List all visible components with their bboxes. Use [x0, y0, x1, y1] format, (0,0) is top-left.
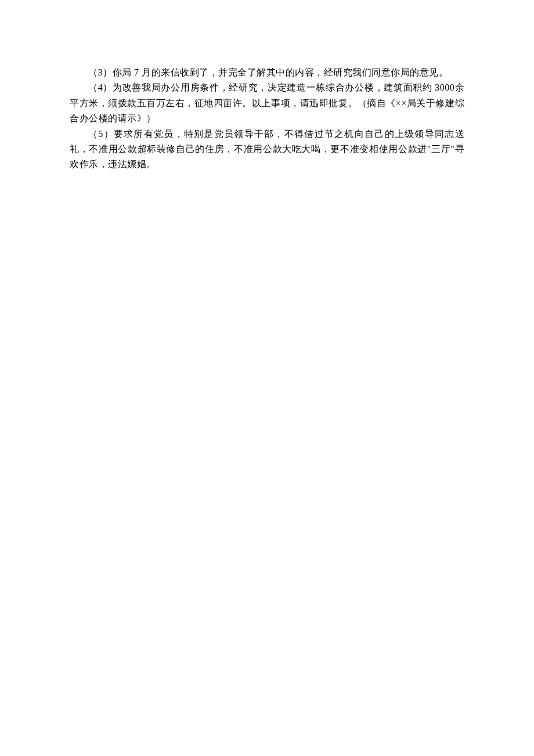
paragraph-item-3: （3）你局 7 月的来信收到了，并完全了解其中的内容，经研究我们同意你局的意见。	[70, 65, 464, 80]
document-content: （3）你局 7 月的来信收到了，并完全了解其中的内容，经研究我们同意你局的意见。…	[70, 65, 464, 172]
paragraph-item-4: （4）为改善我局办公用房条件，经研究，决定建造一栋综合办公楼，建筑面积约 300…	[70, 80, 464, 126]
paragraph-item-5: （5）要求所有党员，特别是党员领导干部，不得借过节之机向自己的上级领导同志送礼，…	[70, 127, 464, 172]
